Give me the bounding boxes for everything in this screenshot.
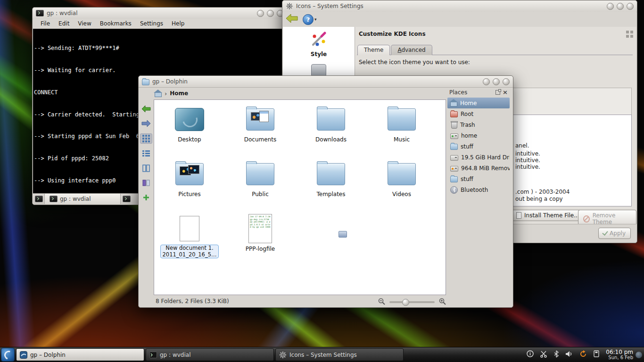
- panel-cashew-icon[interactable]: [636, 352, 642, 358]
- places-item-home[interactable]: Home: [447, 98, 510, 108]
- back-button[interactable]: [286, 14, 298, 25]
- tab-advanced[interactable]: Advanced: [391, 45, 432, 55]
- back-button[interactable]: [140, 104, 152, 114]
- zoom-in-icon: [439, 298, 446, 305]
- icons-view-button[interactable]: [140, 133, 152, 144]
- icon-grid: Desktop Documents Downloads Music Pictur…: [154, 100, 446, 268]
- breadcrumb: › Home: [155, 87, 188, 99]
- grid-overview-icon[interactable]: [626, 31, 633, 38]
- places-item-trash[interactable]: Trash: [447, 119, 510, 130]
- zoom-slider[interactable]: [389, 301, 435, 303]
- tab-theme[interactable]: Theme: [357, 45, 390, 55]
- folder-label: Pictures: [178, 191, 201, 197]
- terminal-line: --> Sending: ATDT*99***1#: [34, 45, 287, 52]
- drive-icon: [450, 133, 458, 139]
- columns-view-button[interactable]: [140, 164, 152, 173]
- task-dolphin[interactable]: gp – Dolphin: [16, 348, 144, 361]
- dolphin-side-toolbar: [139, 99, 154, 295]
- task-konsole[interactable]: gp : wvdial: [146, 348, 274, 361]
- klipper-scissors-icon[interactable]: [540, 350, 547, 360]
- apply-button[interactable]: Apply: [598, 228, 631, 239]
- trash-icon: [451, 122, 457, 129]
- gear-icon: [279, 351, 287, 359]
- kde-menu-button[interactable]: [1, 348, 15, 362]
- help-button[interactable]: ? ▾: [303, 14, 317, 25]
- volume-tray-icon[interactable]: [565, 350, 573, 359]
- maximize-button[interactable]: [617, 3, 624, 10]
- updates-refresh-tray-icon[interactable]: [579, 350, 587, 360]
- remove-icon: [583, 215, 590, 222]
- add-button[interactable]: [140, 193, 152, 202]
- clock[interactable]: 06:10 pm Sun, 6 Feb: [606, 349, 634, 361]
- close-tab-button[interactable]: [121, 194, 132, 204]
- settings-tabs: Theme Advanced: [357, 45, 433, 55]
- folder-item-pictures[interactable]: Pictures: [154, 158, 225, 213]
- dolphin-titlebar[interactable]: gp – Dolphin: [139, 76, 513, 88]
- forward-arrow-icon: [141, 120, 151, 127]
- task-label: gp – Dolphin: [30, 352, 66, 358]
- folder-label: Public: [252, 191, 269, 197]
- menu-settings[interactable]: Settings: [136, 19, 167, 29]
- zoom-in-button[interactable]: [439, 298, 446, 306]
- folder-item-videos[interactable]: Videos: [366, 158, 437, 213]
- sidebar-item-style[interactable]: Style: [283, 27, 355, 58]
- maximize-button[interactable]: [267, 10, 274, 17]
- folder-icon: [388, 108, 416, 131]
- system-settings-window-icon: [286, 2, 293, 10]
- folder-item-public[interactable]: Public: [225, 158, 296, 213]
- file-item-new-document[interactable]: New document 1. 2011_01_20_16_5…: [154, 213, 225, 268]
- tab-wvdial[interactable]: gp : wvdial: [44, 194, 121, 204]
- folder-item-music[interactable]: Music: [366, 104, 437, 158]
- settings-titlebar[interactable]: Icons – System Settings: [282, 0, 637, 12]
- places-item-removable[interactable]: 964.8 MiB Remov…: [447, 163, 510, 173]
- taskbar: gp – Dolphin gp : wvdial Icons – System …: [0, 347, 644, 362]
- places-item-stuff[interactable]: stuff: [447, 141, 510, 152]
- folder-item-templates[interactable]: Templates: [296, 158, 366, 213]
- notifications-tray-icon[interactable]: [527, 350, 534, 359]
- task-label: Icons – System Settings: [289, 352, 357, 358]
- close-button[interactable]: [503, 78, 510, 85]
- places-item-bluetooth[interactable]: Bluetooth: [447, 184, 510, 195]
- blank-document-icon: [180, 216, 199, 241]
- style-brush-icon: [310, 32, 328, 48]
- check-icon: [602, 230, 608, 236]
- red-folder-icon: [450, 111, 458, 117]
- minimize-button[interactable]: [257, 10, 264, 17]
- float-panel-icon[interactable]: [495, 90, 500, 95]
- breadcrumb-home[interactable]: Home: [170, 90, 188, 97]
- menu-edit[interactable]: Edit: [55, 19, 73, 29]
- chevron-down-icon: ▾: [314, 17, 317, 22]
- places-item-stuff2[interactable]: stuff: [447, 173, 510, 184]
- split-view-icon: [142, 179, 150, 187]
- minimize-button[interactable]: [607, 3, 614, 10]
- folder-item-documents[interactable]: Documents: [225, 104, 296, 158]
- details-view-button[interactable]: [140, 149, 152, 158]
- menu-file[interactable]: File: [37, 19, 54, 29]
- task-system-settings[interactable]: Icons – System Settings: [275, 348, 404, 361]
- zoom-slider-handle[interactable]: [402, 299, 409, 306]
- close-button[interactable]: [627, 3, 634, 10]
- folder-label: Downloads: [315, 136, 347, 143]
- menu-bookmarks[interactable]: Bookmarks: [96, 19, 135, 29]
- clock-date: Sun, 6 Feb: [606, 355, 633, 361]
- close-panel-icon[interactable]: ×: [503, 90, 508, 95]
- device-notifier-tray-icon[interactable]: [593, 350, 600, 359]
- places-item-hard-drive[interactable]: 19.5 GiB Hard Drive: [447, 152, 510, 163]
- folder-item-downloads[interactable]: Downloads: [296, 104, 366, 158]
- file-item-ppp-logfile[interactable]: Jan 17 09:4 7:18 gp-Asp ire-5738 pp pd[1…: [225, 213, 296, 268]
- folder-item-desktop[interactable]: Desktop: [154, 104, 225, 158]
- menu-view[interactable]: View: [74, 19, 95, 29]
- menu-help[interactable]: Help: [168, 19, 188, 29]
- terminal-titlebar[interactable]: gp : wvdial: [33, 8, 287, 19]
- minimize-button[interactable]: [483, 78, 490, 85]
- places-item-home2[interactable]: home: [447, 130, 510, 141]
- bluetooth-tray-icon[interactable]: [553, 350, 559, 360]
- install-theme-button[interactable]: Install Theme File...: [511, 210, 585, 221]
- zoom-out-button[interactable]: [378, 298, 385, 306]
- forward-button[interactable]: [140, 119, 152, 128]
- maximize-button[interactable]: [493, 78, 500, 85]
- new-tab-button[interactable]: [33, 194, 44, 204]
- dolphin-file-view[interactable]: Desktop Documents Downloads Music Pictur…: [154, 99, 446, 295]
- places-item-root[interactable]: Root: [447, 108, 510, 119]
- split-view-button[interactable]: [140, 178, 152, 188]
